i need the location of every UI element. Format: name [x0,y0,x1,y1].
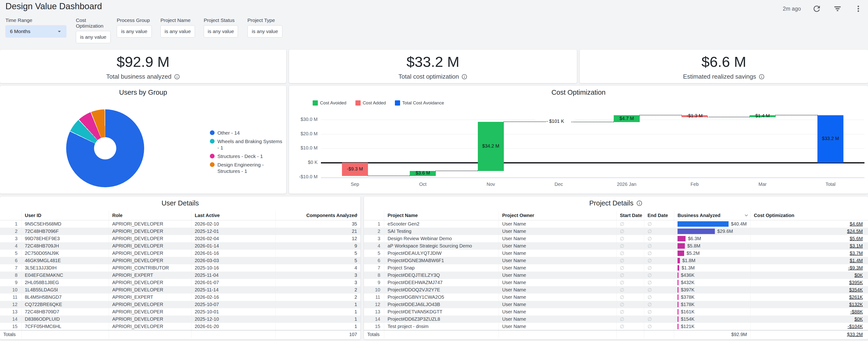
kpi-label: Estimated realized savings [580,73,868,80]
project-name-cell: Project#DDEJA6LJO43B [384,301,499,308]
info-icon[interactable] [636,200,643,206]
totals-cost-optimization: $33.2M [750,330,866,338]
kebab-menu-icon[interactable] [854,4,863,14]
last-active-cell: 2026-01-07 [191,279,275,286]
info-icon[interactable] [758,74,765,80]
column-header-user-id[interactable]: User ID [21,211,109,220]
column-header-components-analyzed[interactable]: Components Analyzed [275,211,361,220]
business-analyzed-cell: $5.8M [674,242,750,250]
row-index: 5 [0,250,21,257]
business-analyzed-cell: $40.4M [674,220,750,228]
start-date-cell: ∅ [616,264,644,272]
chevron-down-icon[interactable] [353,212,360,219]
business-analyzed-cell: $397K [674,286,750,294]
cost-optimization-drill-link[interactable]: $4.6M [849,221,863,227]
business-analyzed-cell: $5.2M [674,250,750,257]
start-date-cell: ∅ [616,250,644,257]
business-analyzed-value: $29.6M [717,229,733,234]
column-header-business-analyzed[interactable]: Business Analyzed [674,211,750,220]
filter-value: is any value [165,29,191,34]
row-index: 4 [0,242,21,250]
business-analyzed-value: $1.3M [682,265,695,271]
row-index: 7 [364,264,384,272]
column-header-cost-optimization[interactable]: Cost Optimization [750,211,866,220]
column-header-project-owner[interactable]: Project Owner [499,211,616,220]
legend-item: Structures - Deck - 1 [210,153,283,160]
role-cell: APRIORI_DEVELOPER [109,242,191,250]
cost-optimization-drill-link[interactable]: $24.5M [847,229,863,234]
cost-optimization-drill-link[interactable]: -$9.3M [848,265,863,271]
bar-value-label: $34.2 M [473,143,508,149]
cost-optimization-drill-link[interactable]: $0K [854,273,863,278]
cost-optimization-drill-link[interactable]: $5.6M [849,236,863,241]
row-index: 1 [364,220,384,228]
totals-business-analyzed: $92.9M [674,330,750,338]
cost-optimization-drill-link[interactable]: -$88K [850,309,863,314]
null-value-icon: ∅ [648,258,652,264]
project-name-cell: Project#DD6Z3P3ZUZL8 [384,315,499,323]
column-header-index[interactable] [364,211,384,220]
x-axis-category-label: Dec [525,181,593,187]
project-owner-cell: User Name [499,250,616,257]
project-name-cell: Project#DDOQ2VJI2Y7E [384,286,499,294]
end-date-cell: ∅ [644,228,674,235]
user-id-cell: 3L5E13JJ3DIH [21,264,109,272]
table-row: 19N5C5EH568MDAPRIORI_DEVELOPER2026-02-10… [0,220,361,228]
column-header-project-name[interactable]: Project Name [384,211,499,220]
filter-list-icon[interactable] [833,4,842,14]
null-value-icon: ∅ [648,295,652,300]
business-analyzed-data-bar [678,302,679,307]
null-value-icon: ∅ [620,243,624,249]
cost-optimization-drill-link[interactable]: $354K [849,287,863,293]
column-header-last-active[interactable]: Last Active [191,211,275,220]
waterfall-connector [436,170,478,171]
refresh-icon[interactable] [812,4,822,14]
cost-optimization-drill-link[interactable]: $0K [854,316,863,322]
cost-optimization-drill-link[interactable]: $395K [849,280,863,285]
filter-input-process-group[interactable]: is any value [117,25,152,38]
cost-optimization-drill-link[interactable]: -$104K [848,324,863,329]
legend-dot-icon [210,162,215,167]
filter-input-time-range[interactable]: 6 Months [5,25,66,38]
cost-optimization-drill-link[interactable]: $132K [849,302,863,307]
filter-value: is any value [252,29,278,34]
cost-optimization-drill-link[interactable]: $3.7M [849,250,863,256]
filter-input-cost-optimization[interactable]: is any value [76,31,111,43]
tile-title-user-details: User Details [0,197,361,207]
table-row: 15Test project - dnsimUser Name∅∅$121K-$… [364,323,868,330]
totals-cost-optimization-drill-link[interactable]: $33.2M [847,332,863,337]
last-refresh-timestamp: 2m ago [783,6,801,12]
row-index: 11 [0,294,21,301]
components-analyzed-cell: 3 [275,272,361,279]
business-analyzed-value: $40.4M [731,221,747,227]
column-header-end-date[interactable]: End Date [644,211,674,220]
info-icon[interactable] [461,74,467,80]
users-by-group-donut-chart[interactable] [66,109,144,187]
filter-group-time-range: Time Range6 Months [5,18,66,38]
cost-optimization-drill-link[interactable]: $261K [849,295,863,300]
column-header-start-date[interactable]: Start Date [616,211,644,220]
column-header-role[interactable]: Role [109,211,191,220]
info-icon[interactable] [174,74,180,80]
bar-value-label: $1.4 M [745,113,780,118]
cost-optimization-cell: $132K [750,301,866,308]
x-axis-category-label: Mar [728,181,797,187]
role-cell: APRIORI_DEVELOPER [109,315,191,323]
filter-input-project-status[interactable]: is any value [204,25,238,38]
table-row: 8E04EFGEMAKNCAPRIORI_EXPERT2025-11-043 [0,272,361,279]
last-active-cell: 2025-10-16 [191,264,275,272]
chevron-down-icon[interactable] [743,212,749,219]
column-header-index[interactable] [0,211,21,220]
row-index: 7 [0,264,21,272]
filter-input-project-name[interactable]: is any value [160,25,195,38]
project-name-cell: Project#DETVAN5KDGTT [384,308,499,315]
cost-optimization-drill-link[interactable]: $1.4M [849,258,863,263]
legend-label: Cost Avoided [320,100,346,106]
user-id-cell: E04EFGEMAKNC [21,272,109,279]
filter-input-project-type[interactable]: is any value [247,25,282,38]
cost-optimization-drill-link[interactable]: $3.1M [849,243,863,249]
legend-item: Cost Added [355,100,386,106]
table-row: 2SAI TestingUser Name∅∅$29.6M$24.5M [364,228,868,235]
last-active-cell: 2026-02-04 [191,235,275,242]
row-index: 13 [0,308,21,315]
